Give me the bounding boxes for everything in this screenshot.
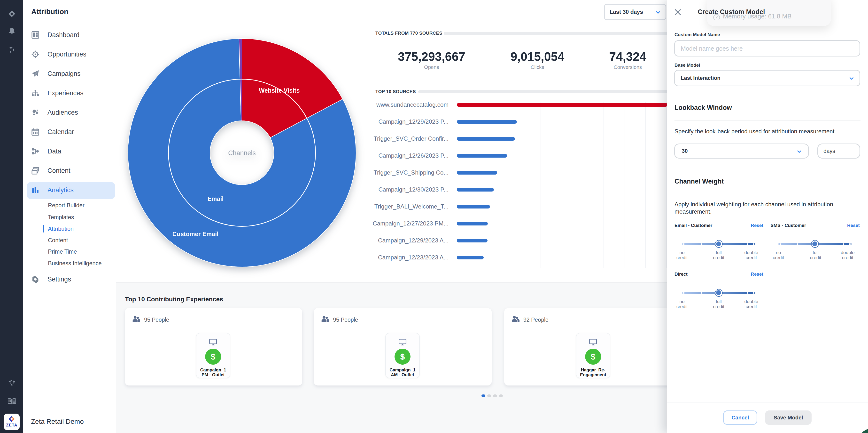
svg-text:Channels: Channels xyxy=(228,149,256,156)
svg-text:Website Visits: Website Visits xyxy=(259,87,300,94)
svg-text:Customer Email: Customer Email xyxy=(173,231,218,237)
svg-text:Email: Email xyxy=(208,195,224,202)
svg-text:A: A xyxy=(9,400,10,402)
